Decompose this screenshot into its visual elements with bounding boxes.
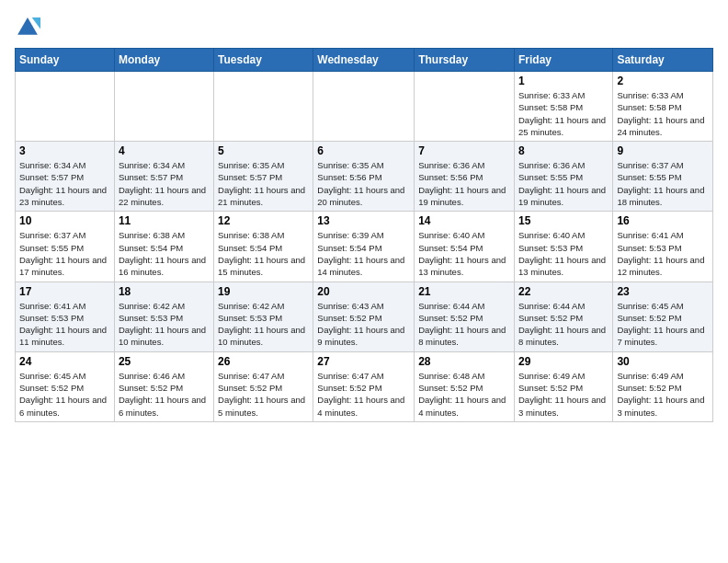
day-info: Sunrise: 6:41 AM Sunset: 5:53 PM Dayligh… [19,300,110,349]
day-info: Sunrise: 6:37 AM Sunset: 5:55 PM Dayligh… [617,159,709,208]
calendar-cell: 14Sunrise: 6:40 AM Sunset: 5:54 PM Dayli… [415,212,515,282]
day-number: 8 [518,144,609,157]
calendar-cell: 12Sunrise: 6:38 AM Sunset: 5:54 PM Dayli… [214,212,313,282]
day-number: 1 [518,75,609,87]
day-number: 27 [317,355,410,368]
day-info: Sunrise: 6:49 AM Sunset: 5:52 PM Dayligh… [617,370,709,419]
day-info: Sunrise: 6:33 AM Sunset: 5:58 PM Dayligh… [518,89,609,138]
day-info: Sunrise: 6:40 AM Sunset: 5:53 PM Dayligh… [518,229,609,278]
calendar: SundayMondayTuesdayWednesdayThursdayFrid… [15,48,713,422]
calendar-cell: 13Sunrise: 6:39 AM Sunset: 5:54 PM Dayli… [313,212,415,282]
day-info: Sunrise: 6:47 AM Sunset: 5:52 PM Dayligh… [317,370,410,419]
day-info: Sunrise: 6:40 AM Sunset: 5:54 PM Dayligh… [418,229,510,278]
day-info: Sunrise: 6:43 AM Sunset: 5:52 PM Dayligh… [317,300,410,349]
calendar-header-row: SundayMondayTuesdayWednesdayThursdayFrid… [16,49,713,72]
calendar-cell [114,72,213,142]
page-header [15,15,713,40]
day-number: 28 [418,355,510,368]
calendar-cell: 18Sunrise: 6:42 AM Sunset: 5:53 PM Dayli… [114,282,213,351]
day-info: Sunrise: 6:48 AM Sunset: 5:52 PM Dayligh… [418,370,510,419]
calendar-cell: 25Sunrise: 6:46 AM Sunset: 5:52 PM Dayli… [114,351,213,421]
day-number: 19 [218,285,309,298]
day-info: Sunrise: 6:34 AM Sunset: 5:57 PM Dayligh… [19,159,110,208]
calendar-cell: 11Sunrise: 6:38 AM Sunset: 5:54 PM Dayli… [114,212,213,282]
calendar-cell [415,72,515,142]
day-number: 25 [119,355,210,368]
day-header-friday: Friday [514,49,612,72]
calendar-cell: 9Sunrise: 6:37 AM Sunset: 5:55 PM Daylig… [613,142,713,212]
day-header-thursday: Thursday [415,49,515,72]
calendar-cell [313,72,415,142]
day-number: 3 [19,144,110,157]
calendar-cell: 28Sunrise: 6:48 AM Sunset: 5:52 PM Dayli… [415,351,515,421]
day-info: Sunrise: 6:35 AM Sunset: 5:56 PM Dayligh… [317,159,410,208]
calendar-cell: 4Sunrise: 6:34 AM Sunset: 5:57 PM Daylig… [114,142,213,212]
calendar-week-5: 24Sunrise: 6:45 AM Sunset: 5:52 PM Dayli… [16,351,713,421]
calendar-week-1: 1Sunrise: 6:33 AM Sunset: 5:58 PM Daylig… [16,72,713,142]
day-number: 23 [617,285,709,298]
day-number: 5 [218,144,309,157]
calendar-cell: 3Sunrise: 6:34 AM Sunset: 5:57 PM Daylig… [16,142,115,212]
day-header-sunday: Sunday [16,49,115,72]
calendar-cell: 30Sunrise: 6:49 AM Sunset: 5:52 PM Dayli… [613,351,713,421]
day-info: Sunrise: 6:42 AM Sunset: 5:53 PM Dayligh… [119,300,210,349]
day-number: 6 [317,144,410,157]
day-number: 4 [119,144,210,157]
day-info: Sunrise: 6:34 AM Sunset: 5:57 PM Dayligh… [119,159,210,208]
day-number: 9 [617,144,709,157]
day-number: 24 [19,355,110,368]
day-info: Sunrise: 6:49 AM Sunset: 5:52 PM Dayligh… [518,370,609,419]
day-number: 17 [19,285,110,298]
day-info: Sunrise: 6:45 AM Sunset: 5:52 PM Dayligh… [617,300,709,349]
day-info: Sunrise: 6:35 AM Sunset: 5:57 PM Dayligh… [218,159,309,208]
logo [15,15,44,40]
calendar-cell: 21Sunrise: 6:44 AM Sunset: 5:52 PM Dayli… [415,282,515,351]
calendar-cell [16,72,115,142]
day-info: Sunrise: 6:41 AM Sunset: 5:53 PM Dayligh… [617,229,709,278]
day-number: 2 [617,75,709,87]
day-number: 29 [518,355,609,368]
calendar-cell: 8Sunrise: 6:36 AM Sunset: 5:55 PM Daylig… [514,142,612,212]
calendar-cell: 22Sunrise: 6:44 AM Sunset: 5:52 PM Dayli… [514,282,612,351]
calendar-cell: 10Sunrise: 6:37 AM Sunset: 5:55 PM Dayli… [16,212,115,282]
calendar-cell: 23Sunrise: 6:45 AM Sunset: 5:52 PM Dayli… [613,282,713,351]
day-number: 12 [218,214,309,227]
day-number: 30 [617,355,709,368]
day-info: Sunrise: 6:46 AM Sunset: 5:52 PM Dayligh… [119,370,210,419]
day-number: 14 [418,214,510,227]
day-number: 7 [418,144,510,157]
day-number: 21 [418,285,510,298]
day-info: Sunrise: 6:36 AM Sunset: 5:55 PM Dayligh… [518,159,609,208]
calendar-week-2: 3Sunrise: 6:34 AM Sunset: 5:57 PM Daylig… [16,142,713,212]
day-info: Sunrise: 6:38 AM Sunset: 5:54 PM Dayligh… [218,229,309,278]
calendar-cell: 20Sunrise: 6:43 AM Sunset: 5:52 PM Dayli… [313,282,415,351]
day-info: Sunrise: 6:45 AM Sunset: 5:52 PM Dayligh… [19,370,110,419]
day-info: Sunrise: 6:44 AM Sunset: 5:52 PM Dayligh… [418,300,510,349]
day-info: Sunrise: 6:42 AM Sunset: 5:53 PM Dayligh… [218,300,309,349]
calendar-cell: 27Sunrise: 6:47 AM Sunset: 5:52 PM Dayli… [313,351,415,421]
calendar-cell: 26Sunrise: 6:47 AM Sunset: 5:52 PM Dayli… [214,351,313,421]
calendar-cell: 29Sunrise: 6:49 AM Sunset: 5:52 PM Dayli… [514,351,612,421]
day-header-saturday: Saturday [613,49,713,72]
calendar-cell: 24Sunrise: 6:45 AM Sunset: 5:52 PM Dayli… [16,351,115,421]
day-header-wednesday: Wednesday [313,49,415,72]
calendar-cell: 7Sunrise: 6:36 AM Sunset: 5:56 PM Daylig… [415,142,515,212]
calendar-week-3: 10Sunrise: 6:37 AM Sunset: 5:55 PM Dayli… [16,212,713,282]
day-info: Sunrise: 6:38 AM Sunset: 5:54 PM Dayligh… [119,229,210,278]
day-number: 20 [317,285,410,298]
day-info: Sunrise: 6:37 AM Sunset: 5:55 PM Dayligh… [19,229,110,278]
calendar-cell [214,72,313,142]
day-info: Sunrise: 6:33 AM Sunset: 5:58 PM Dayligh… [617,89,709,138]
day-info: Sunrise: 6:36 AM Sunset: 5:56 PM Dayligh… [418,159,510,208]
day-number: 15 [518,214,609,227]
calendar-cell: 16Sunrise: 6:41 AM Sunset: 5:53 PM Dayli… [613,212,713,282]
calendar-cell: 15Sunrise: 6:40 AM Sunset: 5:53 PM Dayli… [514,212,612,282]
day-info: Sunrise: 6:47 AM Sunset: 5:52 PM Dayligh… [218,370,309,419]
day-number: 18 [119,285,210,298]
calendar-cell: 1Sunrise: 6:33 AM Sunset: 5:58 PM Daylig… [514,72,612,142]
day-number: 26 [218,355,309,368]
day-number: 13 [317,214,410,227]
logo-icon [15,15,40,40]
calendar-cell: 17Sunrise: 6:41 AM Sunset: 5:53 PM Dayli… [16,282,115,351]
calendar-cell: 19Sunrise: 6:42 AM Sunset: 5:53 PM Dayli… [214,282,313,351]
